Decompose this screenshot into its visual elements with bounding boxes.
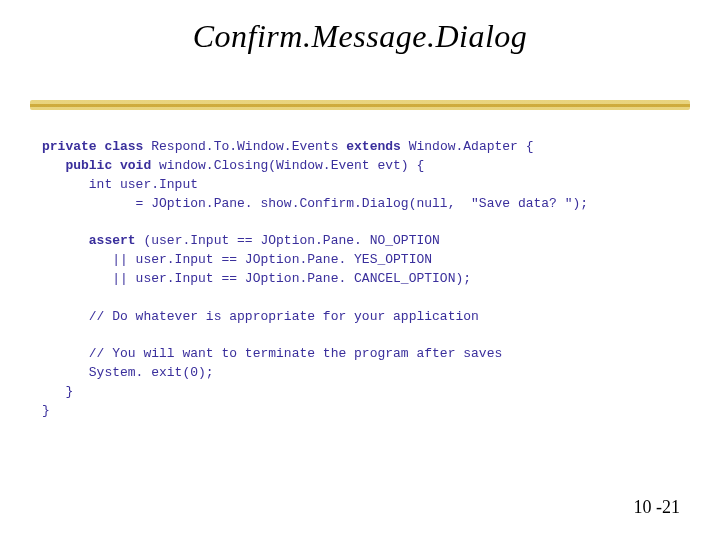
code-block: private class Respond.To.Window.Events e… [42,138,700,421]
code-kw: private class [42,139,143,154]
code-comment: // Do whatever is appropriate for your a… [42,309,479,324]
code-text: } [42,384,73,399]
code-text: } [42,403,50,418]
code-kw: assert [42,233,136,248]
code-text: (user.Input == JOption.Pane. NO_OPTION [136,233,440,248]
code-kw: extends [346,139,401,154]
code-kw: public void [42,158,151,173]
code-text: || user.Input == JOption.Pane. CANCEL_OP… [42,271,471,286]
code-text: window.Closing(Window.Event evt) { [151,158,424,173]
code-text: int user.Input [42,177,198,192]
code-text: Window.Adapter { [401,139,534,154]
code-comment: // You will want to terminate the progra… [42,346,502,361]
code-text: = JOption.Pane. show.Confirm.Dialog(null… [42,196,588,211]
slide-title: Confirm.Message.Dialog [0,18,720,55]
code-text: Respond.To.Window.Events [143,139,346,154]
divider-rule [30,100,690,110]
code-text: System. exit(0); [42,365,214,380]
code-text: || user.Input == JOption.Pane. YES_OPTIO… [42,252,432,267]
page-number: 10 -21 [634,497,681,518]
